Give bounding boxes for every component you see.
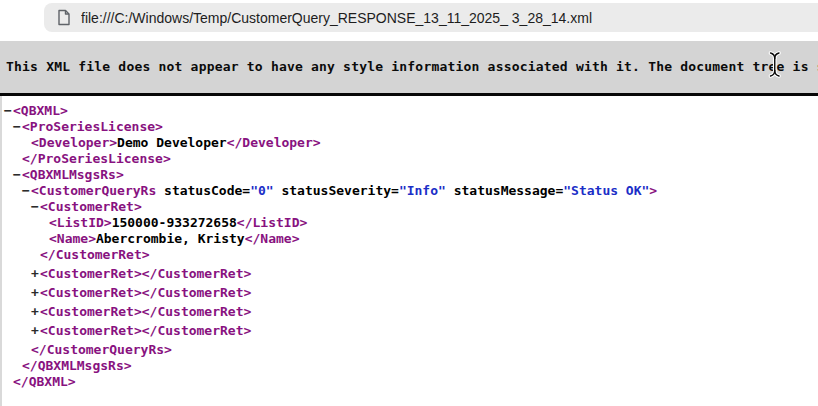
- xml-text-segment: Demo Developer: [117, 135, 227, 150]
- expand-toggle-icon[interactable]: +: [31, 285, 40, 301]
- xml-line: −<ProSeriesLicense>: [2, 119, 818, 135]
- collapse-toggle-icon[interactable]: −: [13, 119, 22, 135]
- xml-line: </QBXMLMsgsRs>: [2, 358, 818, 374]
- xml-tag-segment: </QBXMLMsgsRs>: [22, 358, 132, 373]
- collapse-toggle-icon[interactable]: −: [4, 103, 13, 119]
- xml-line: +<CustomerRet></CustomerRet>: [2, 266, 818, 282]
- file-document-icon: [57, 9, 71, 26]
- collapse-toggle-icon[interactable]: −: [31, 199, 40, 215]
- expand-toggle-icon[interactable]: +: [31, 323, 40, 339]
- xml-tag-segment: <QBXMLMsgsRs>: [22, 167, 124, 182]
- xml-text-segment: Abercrombie, Kristy: [96, 231, 245, 246]
- xml-line: −<QBXMLMsgsRs>: [2, 167, 818, 183]
- xml-val-segment: "Status OK": [563, 183, 649, 198]
- xml-eq-segment: =: [391, 183, 399, 198]
- xml-tag-segment: >: [649, 183, 657, 198]
- xml-tag-segment: </Developer>: [227, 135, 321, 150]
- xml-tag-segment: <CustomerRet>: [40, 199, 142, 214]
- xml-line: −<CustomerRet>: [2, 199, 818, 215]
- xml-tag-segment: <CustomerRet>: [40, 285, 142, 300]
- xml-line: +<CustomerRet></CustomerRet>: [2, 285, 818, 301]
- xml-line: −<CustomerQueryRs statusCode="0" statusS…: [2, 183, 818, 199]
- xml-line: +<CustomerRet></CustomerRet>: [2, 304, 818, 320]
- xml-text-segment: 150000-933272658: [112, 215, 237, 230]
- xml-tag-segment: <Developer>: [31, 135, 117, 150]
- xml-line: </CustomerQueryRs>: [2, 342, 818, 358]
- xml-tag-segment: </CustomerRet>: [40, 247, 150, 262]
- xml-line: +<CustomerRet></CustomerRet>: [2, 323, 818, 339]
- xml-attr-segment: statusCode: [156, 183, 242, 198]
- xml-attr-segment: statusSeverity: [274, 183, 391, 198]
- banner-message: This XML file does not appear to have an…: [6, 59, 818, 74]
- xml-tag-segment: <CustomerRet>: [40, 266, 142, 281]
- xml-line: </ProSeriesLicense>: [2, 151, 818, 167]
- xml-tag-segment: <CustomerQueryRs: [31, 183, 156, 198]
- collapse-toggle-icon[interactable]: −: [22, 183, 31, 199]
- xml-tag-segment: <CustomerRet>: [40, 323, 142, 338]
- xml-tag-segment: </CustomerQueryRs>: [31, 342, 172, 357]
- xml-val-segment: "Info": [399, 183, 446, 198]
- xml-tag-segment: </ProSeriesLicense>: [22, 151, 171, 166]
- xml-line: </CustomerRet>: [2, 247, 818, 263]
- xml-line: <ListID>150000-933272658</ListID>: [2, 215, 818, 231]
- xml-line: </QBXML>: [2, 374, 818, 390]
- xml-line: <Developer>Demo Developer</Developer>: [2, 135, 818, 151]
- xml-tag-segment: <ListID>: [49, 215, 112, 230]
- xml-tag-segment: </ListID>: [237, 215, 307, 230]
- xml-tag-segment: </Name>: [245, 231, 300, 246]
- xml-tag-segment: <Name>: [49, 231, 96, 246]
- url-text: file:///C:/Windows/Temp/CustomerQuery_RE…: [81, 10, 592, 26]
- xml-eq-segment: =: [242, 183, 250, 198]
- xml-val-segment: "0": [250, 183, 273, 198]
- expand-toggle-icon[interactable]: +: [31, 266, 40, 282]
- xml-tag-segment: </CustomerRet>: [142, 266, 252, 281]
- collapse-toggle-icon[interactable]: −: [13, 167, 22, 183]
- xml-tag-segment: </CustomerRet>: [142, 304, 252, 319]
- xml-tag-segment: <CustomerRet>: [40, 304, 142, 319]
- xml-tag-segment: </CustomerRet>: [142, 323, 252, 338]
- xml-attr-segment: statusMessage: [446, 183, 556, 198]
- xml-line: <Name>Abercrombie, Kristy</Name>: [2, 231, 818, 247]
- url-bar[interactable]: file:///C:/Windows/Temp/CustomerQuery_RE…: [44, 3, 818, 32]
- browser-top-bar: file:///C:/Windows/Temp/CustomerQuery_RE…: [0, 0, 818, 41]
- xml-tag-segment: <QBXML>: [13, 103, 68, 118]
- xml-style-banner: This XML file does not appear to have an…: [0, 41, 818, 96]
- xml-tag-segment: </CustomerRet>: [142, 285, 252, 300]
- xml-tag-segment: <ProSeriesLicense>: [22, 119, 163, 134]
- xml-line: −<QBXML>: [2, 103, 818, 119]
- xml-tree: −<QBXML>−<ProSeriesLicense><Developer>De…: [0, 96, 818, 406]
- xml-tag-segment: </QBXML>: [13, 374, 76, 389]
- expand-toggle-icon[interactable]: +: [31, 304, 40, 320]
